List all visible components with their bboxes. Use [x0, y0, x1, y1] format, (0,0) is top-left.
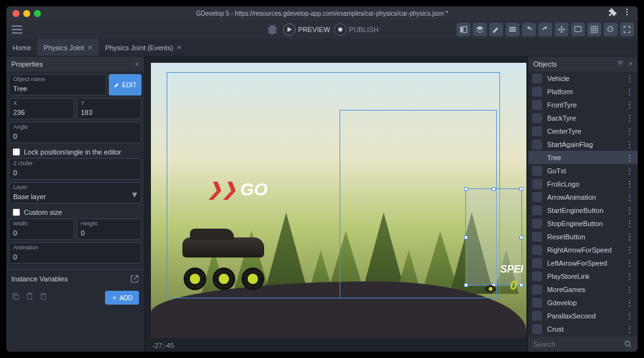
object-more-icon[interactable]: ⋮: [625, 153, 634, 163]
object-item-centertyre[interactable]: CenterTyre⋮: [528, 124, 638, 138]
tab-bar: HomePhysics Joint×Physics Joint (Events)…: [6, 39, 638, 57]
preview-button[interactable]: PREVIEW: [283, 23, 330, 36]
tab-physics-joint[interactable]: Physics Joint×: [37, 39, 99, 56]
object-item-tree[interactable]: Tree⋮: [528, 151, 638, 164]
object-more-icon[interactable]: ⋮: [625, 100, 634, 110]
tab-home[interactable]: Home: [6, 39, 37, 56]
delete-icon[interactable]: [39, 292, 48, 303]
object-item-moregames[interactable]: MoreGames⋮: [528, 283, 638, 296]
object-item-stopenginebutton[interactable]: StopEngineButton⋮: [528, 217, 638, 230]
object-item-startenginebutton[interactable]: StartEngineButton⋮: [528, 203, 638, 217]
layers-icon[interactable]: [473, 23, 487, 36]
object-more-icon[interactable]: ⋮: [625, 179, 634, 189]
edit-tool-icon[interactable]: [489, 23, 503, 36]
layer-select[interactable]: LayerBase layer▾: [9, 182, 142, 203]
undo-icon[interactable]: [522, 23, 536, 36]
object-item-backtyre[interactable]: BackTyre⋮: [528, 111, 638, 124]
lock-position-checkbox[interactable]: Lock position/angle in the editor: [9, 146, 142, 158]
close-window-button[interactable]: [13, 10, 19, 17]
object-item-vehicle[interactable]: Vehicle⋮: [528, 72, 638, 85]
object-item-fronttyre[interactable]: FrontTyre⋮: [528, 98, 638, 111]
object-item-crust[interactable]: Crust⋮: [528, 322, 638, 335]
width-input[interactable]: [13, 229, 70, 237]
speed-text-object[interactable]: SPEI: [501, 264, 523, 275]
filter-icon[interactable]: [616, 60, 624, 68]
edit-button[interactable]: EDIT: [109, 74, 142, 95]
object-thumbnail-icon: [532, 113, 542, 123]
object-more-icon[interactable]: ⋮: [625, 232, 634, 242]
object-more-icon[interactable]: ⋮: [625, 324, 634, 334]
extension-icon[interactable]: [608, 8, 616, 19]
object-more-icon[interactable]: ⋮: [625, 205, 634, 215]
object-more-icon[interactable]: ⋮: [625, 298, 634, 308]
object-thumbnail-icon: [532, 126, 542, 136]
height-input[interactable]: [81, 229, 138, 237]
zorder-input[interactable]: [13, 169, 137, 176]
object-item-leftarrowforspeed[interactable]: LeftArrowForSpeed⋮: [528, 256, 638, 269]
custom-size-checkbox[interactable]: Custom size: [9, 206, 142, 219]
object-thumbnail-icon: [532, 205, 542, 215]
object-item-froliclogo[interactable]: FrolicLogo⋮: [528, 177, 638, 190]
redo-icon[interactable]: [538, 23, 552, 36]
menu-icon[interactable]: [10, 23, 24, 36]
tab-physics-joint-(events)[interactable]: Physics Joint (Events)×: [99, 39, 188, 56]
speed-value-object[interactable]: 0: [510, 278, 517, 293]
objects-header: Objects: [533, 60, 557, 68]
object-more-icon[interactable]: ⋮: [625, 245, 634, 255]
object-thumbnail-icon: [532, 87, 542, 97]
scene-canvas[interactable]: GO SPEI 0 -27;-45: [145, 57, 528, 352]
object-thumbnail-icon: [532, 311, 542, 321]
close-tab-icon[interactable]: ×: [177, 43, 182, 52]
object-item-resetbutton[interactable]: ResetButton⋮: [528, 230, 638, 243]
object-more-icon[interactable]: ⋮: [625, 271, 634, 281]
eye-icon[interactable]: [485, 285, 496, 293]
fullscreen-icon[interactable]: [620, 23, 634, 36]
y-input[interactable]: [81, 109, 138, 116]
objects-search-input[interactable]: [533, 340, 624, 348]
add-variable-button[interactable]: ＋ ADD: [105, 291, 139, 305]
object-more-icon[interactable]: ⋮: [625, 192, 634, 202]
object-name-input[interactable]: [13, 85, 102, 92]
svg-rect-24: [14, 295, 19, 300]
more-icon[interactable]: [623, 8, 631, 19]
maximize-window-button[interactable]: [34, 10, 41, 17]
close-tab-icon[interactable]: ×: [88, 43, 93, 52]
zoom-fit-icon[interactable]: 1:1: [604, 23, 618, 36]
copy-icon[interactable]: [11, 292, 20, 303]
debug-icon[interactable]: [265, 23, 279, 36]
object-item-platform[interactable]: Platform⋮: [528, 85, 638, 98]
object-more-icon[interactable]: ⋮: [625, 113, 634, 123]
close-objects-icon[interactable]: ×: [629, 60, 633, 68]
object-item-startagainflag[interactable]: StartAgainFlag⋮: [528, 138, 638, 151]
object-more-icon[interactable]: ⋮: [625, 126, 634, 136]
object-item-playstorelink[interactable]: PlayStoreLink⋮: [528, 269, 638, 283]
object-more-icon[interactable]: ⋮: [625, 285, 634, 295]
object-item-arrowanimation[interactable]: ArrowAnimation⋮: [528, 190, 638, 203]
object-more-icon[interactable]: ⋮: [625, 311, 634, 321]
menubar: PREVIEW PUBLISH 1:1: [6, 20, 638, 39]
minimize-window-button[interactable]: [23, 10, 30, 17]
screen-icon[interactable]: [571, 23, 585, 36]
grid-icon[interactable]: [587, 23, 601, 36]
object-item-gotxt[interactable]: GoTxt⋮: [528, 164, 638, 177]
panel-toggle-icon[interactable]: [457, 23, 470, 36]
paste-icon[interactable]: [25, 292, 34, 303]
animation-input[interactable]: [13, 253, 137, 261]
object-item-gdevelop[interactable]: Gdevelop⋮: [528, 296, 638, 309]
object-more-icon[interactable]: ⋮: [625, 219, 634, 229]
objects-panel: Objects × Vehicle⋮Platform⋮FrontTyre⋮Bac…: [528, 57, 638, 352]
list-icon[interactable]: [506, 23, 519, 36]
move-icon[interactable]: [555, 23, 569, 36]
object-item-parallaxsecond[interactable]: ParallaxSecond⋮: [528, 309, 638, 322]
instance-variables-header[interactable]: Instance Variables: [6, 269, 144, 288]
object-item-rightarrowforspeed[interactable]: RightArrowForSpeed⋮: [528, 243, 638, 256]
object-more-icon[interactable]: ⋮: [625, 166, 634, 176]
angle-input[interactable]: [13, 133, 137, 140]
object-more-icon[interactable]: ⋮: [625, 139, 634, 149]
x-input[interactable]: [13, 109, 70, 116]
publish-button[interactable]: PUBLISH: [334, 23, 379, 36]
close-properties-icon[interactable]: ×: [135, 60, 139, 68]
object-more-icon[interactable]: ⋮: [625, 87, 634, 97]
object-more-icon[interactable]: ⋮: [625, 258, 634, 268]
object-more-icon[interactable]: ⋮: [625, 73, 634, 84]
